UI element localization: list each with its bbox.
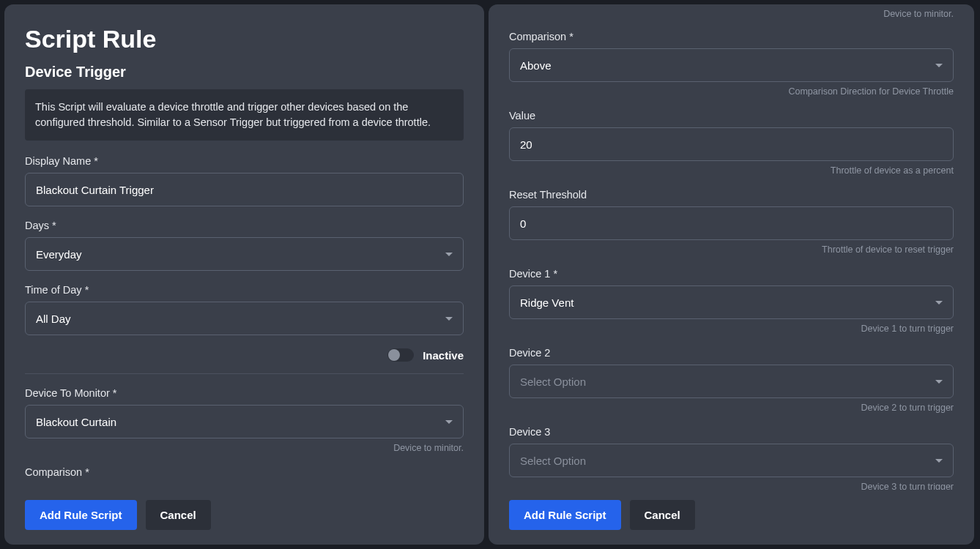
input-display-name[interactable]: Blackout Curtain Trigger <box>25 173 464 206</box>
input-value-value: 20 <box>520 138 532 151</box>
label-comparison: Comparison * <box>509 31 954 42</box>
select-time-of-day[interactable]: All Day <box>25 302 464 335</box>
select-device-1[interactable]: Ridge Vent <box>509 285 954 319</box>
toggle-inactive[interactable] <box>387 348 414 362</box>
panel-title: Script Rule <box>25 25 464 53</box>
field-display-name: Display Name * Blackout Curtain Trigger <box>25 155 464 206</box>
select-device-3[interactable]: Select Option <box>509 444 954 477</box>
field-device-2: Device 2 Select Option Device 2 to turn … <box>509 347 954 413</box>
toggle-row-inactive: Inactive <box>25 348 464 362</box>
label-days: Days * <box>25 220 464 231</box>
select-comparison[interactable]: Above <box>509 48 954 82</box>
add-rule-script-button[interactable]: Add Rule Script <box>25 500 137 530</box>
panel-footer-left: Add Rule Script Cancel <box>4 490 484 545</box>
field-device-3: Device 3 Select Option Device 3 to turn … <box>509 426 954 490</box>
hint-device-3: Device 3 to turn trigger <box>509 482 954 490</box>
panel-subtitle: Device Trigger <box>25 64 464 81</box>
hint-comparison: Comparison Direction for Device Throttle <box>509 86 954 97</box>
field-reset-threshold: Reset Threshold 0 Throttle of device to … <box>509 189 954 255</box>
divider <box>25 373 464 374</box>
hint-reset-threshold: Throttle of device to reset trigger <box>509 244 954 255</box>
label-device-to-monitor: Device To Monitor * <box>25 387 464 399</box>
select-device-3-placeholder: Select Option <box>520 455 586 467</box>
panel-body-left: Script Rule Device Trigger This Script w… <box>4 4 484 490</box>
chevron-down-icon <box>935 380 943 384</box>
label-reset-threshold: Reset Threshold <box>509 189 954 201</box>
chevron-down-icon <box>935 64 943 67</box>
select-days-value: Everyday <box>36 248 82 261</box>
label-device-2: Device 2 <box>509 347 954 359</box>
chevron-down-icon <box>935 301 943 305</box>
field-value: Value 20 Throttle of device as a percent <box>509 110 954 176</box>
cancel-button[interactable]: Cancel <box>146 500 211 530</box>
label-display-name: Display Name * <box>25 155 464 167</box>
toggle-inactive-label: Inactive <box>423 349 464 362</box>
chevron-down-icon <box>445 317 453 321</box>
select-device-2[interactable]: Select Option <box>509 365 954 398</box>
label-device-3: Device 3 <box>509 426 954 438</box>
label-value: Value <box>509 110 954 122</box>
select-device-to-monitor-value: Blackout Curtain <box>36 416 116 428</box>
description-box: This Script will evaluate a device throt… <box>25 89 464 141</box>
hint-value: Throttle of device as a percent <box>509 165 954 176</box>
chevron-down-icon <box>445 253 453 256</box>
hint-device-1: Device 1 to turn trigger <box>509 324 954 334</box>
field-device-1: Device 1 * Ridge Vent Device 1 to turn t… <box>509 268 954 334</box>
label-device-1: Device 1 * <box>509 268 954 280</box>
field-time-of-day: Time of Day * All Day <box>25 284 464 335</box>
script-rule-panel-left: Script Rule Device Trigger This Script w… <box>4 4 484 545</box>
label-time-of-day: Time of Day * <box>25 284 464 296</box>
cancel-button[interactable]: Cancel <box>630 500 695 530</box>
field-comparison: Comparison * Above Comparison Direction … <box>509 31 954 97</box>
panel-footer-right: Add Rule Script Cancel <box>489 490 974 545</box>
hint-device-to-monitor: Device to minitor. <box>25 443 464 453</box>
field-days: Days * Everyday <box>25 220 464 271</box>
select-time-of-day-value: All Day <box>36 313 71 325</box>
select-device-2-placeholder: Select Option <box>520 376 586 388</box>
select-device-1-value: Ridge Vent <box>520 296 573 309</box>
field-device-to-monitor: Device To Monitor * Blackout Curtain Dev… <box>25 387 464 453</box>
input-reset-threshold[interactable]: 0 <box>509 206 954 240</box>
input-value[interactable]: 20 <box>509 127 954 161</box>
select-comparison-value: Above <box>520 59 552 72</box>
hint-device-2: Device 2 to turn trigger <box>509 403 954 413</box>
panel-body-right: Device to minitor. Comparison * Above Co… <box>489 4 974 490</box>
hint-top-right: Device to minitor. <box>509 9 954 19</box>
input-display-name-value: Blackout Curtain Trigger <box>36 184 154 196</box>
label-comparison-cut: Comparison * <box>25 466 464 478</box>
add-rule-script-button[interactable]: Add Rule Script <box>509 500 621 530</box>
chevron-down-icon <box>445 420 453 424</box>
select-device-to-monitor[interactable]: Blackout Curtain <box>25 405 464 438</box>
chevron-down-icon <box>935 459 943 463</box>
select-days[interactable]: Everyday <box>25 237 464 271</box>
toggle-knob <box>388 349 400 361</box>
script-rule-panel-right: Device to minitor. Comparison * Above Co… <box>489 4 974 545</box>
input-reset-threshold-value: 0 <box>520 217 526 230</box>
